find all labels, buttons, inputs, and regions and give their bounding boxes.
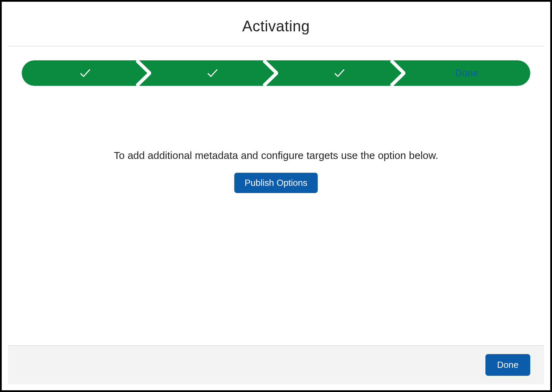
- instruction-text: To add additional metadata and configure…: [114, 148, 438, 163]
- check-icon: [79, 67, 92, 80]
- progress-step-1: [22, 60, 149, 86]
- progress-step-2: [149, 60, 276, 86]
- progress-step-label: Done: [455, 68, 478, 79]
- done-button[interactable]: Done: [485, 354, 530, 376]
- progress-step-3: [276, 60, 403, 86]
- check-icon: [333, 67, 346, 80]
- modal-body: Done To add additional metadata and conf…: [8, 47, 544, 345]
- progress-indicator: Done: [22, 60, 530, 86]
- window-frame: Activating: [0, 0, 552, 392]
- content-area: To add additional metadata and configure…: [22, 86, 530, 345]
- publish-options-button[interactable]: Publish Options: [234, 173, 318, 193]
- activating-modal: Activating: [8, 8, 544, 384]
- modal-footer: Done: [8, 345, 544, 384]
- modal-header: Activating: [8, 8, 544, 47]
- progress-step-4: Done: [403, 60, 531, 86]
- check-icon: [206, 67, 219, 80]
- step-divider-icon: [390, 60, 405, 86]
- modal-title: Activating: [8, 18, 544, 35]
